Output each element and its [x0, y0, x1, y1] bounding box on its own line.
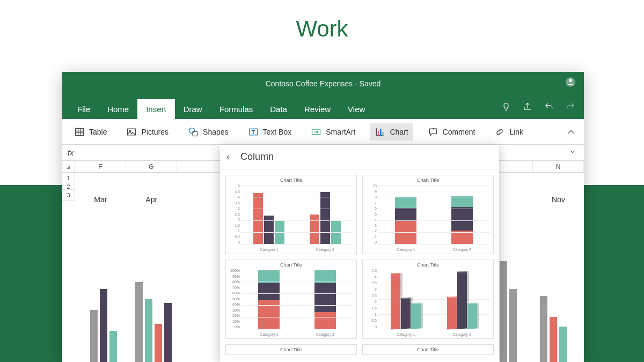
ribbon-chart-label: Chart — [390, 128, 408, 136]
thumb-cat: Category 1 — [378, 248, 434, 252]
account-avatar-icon[interactable] — [566, 77, 575, 87]
ribbon-comment[interactable]: Comment — [423, 123, 480, 141]
select-all-corner[interactable]: ◢ — [62, 161, 75, 172]
ribbon-table-label: Table — [89, 128, 107, 136]
chart-thumb-title: Chart Title — [229, 262, 353, 268]
chart-thumb-title: Chart Title — [366, 262, 490, 268]
chart-thumb-title: Chart Title — [366, 347, 490, 352]
chart-option-clustered[interactable]: Chart Title 54.543.532.521.510.50 Catego… — [225, 175, 357, 254]
share-icon[interactable] — [523, 102, 532, 114]
ribbon: Table Pictures Shapes Text Box SmartArt … — [62, 119, 584, 145]
col-header[interactable]: N — [533, 161, 584, 172]
chart-thumb-title: Chart Title — [229, 347, 353, 352]
ribbon-smartart-label: SmartArt — [326, 128, 355, 136]
textbox-icon — [248, 127, 259, 137]
row-header[interactable]: 2 — [62, 183, 75, 190]
undo-icon[interactable] — [544, 102, 554, 114]
lightbulb-icon[interactable] — [501, 102, 511, 114]
svg-rect-1 — [76, 128, 84, 135]
thumb-cat: Category 1 — [241, 248, 297, 252]
picker-header: ‹ Column — [220, 145, 499, 169]
comment-icon — [428, 127, 438, 137]
ribbon-shapes[interactable]: Shapes — [184, 123, 232, 141]
chart-picker-panel: ‹ Column Chart Title 54.543.532.521.510.… — [220, 145, 499, 362]
document-title: Contoso Coffee Expenses - Saved — [62, 72, 584, 88]
picker-title: Column — [240, 151, 274, 162]
thumb-cat: Category 2 — [434, 333, 491, 336]
titlebar-actions — [501, 102, 575, 114]
smartart-icon — [311, 127, 321, 137]
fx-label: fx — [68, 149, 74, 157]
col-header[interactable]: G — [126, 161, 177, 172]
excel-window: Contoso Coffee Expenses - Saved File Hom… — [62, 72, 584, 362]
row-header[interactable]: 1 — [62, 173, 75, 183]
tab-file[interactable]: File — [69, 99, 99, 119]
chart-option-3d-clustered[interactable]: Chart Title 4.543.532.521.510.50 Categor… — [362, 260, 494, 339]
ribbon-link-label: Link — [509, 128, 523, 136]
thumb-cat: Category 2 — [297, 248, 354, 252]
tab-formulas[interactable]: Formulas — [211, 99, 262, 119]
ribbon-textbox[interactable]: Text Box — [244, 123, 296, 141]
back-icon[interactable]: ‹ — [226, 151, 230, 162]
picker-grid: Chart Title 54.543.532.521.510.50 Catego… — [220, 169, 499, 360]
cell[interactable]: Mar — [75, 195, 126, 204]
shapes-icon — [188, 127, 199, 137]
ribbon-pictures-label: Pictures — [141, 128, 169, 136]
tab-insert[interactable]: Insert — [137, 99, 175, 119]
svg-rect-10 — [383, 132, 384, 136]
thumb-yaxis: 100%90%80%70%60%50%40%30%20%10%0% — [228, 269, 240, 329]
svg-point-0 — [569, 79, 572, 82]
ribbon-link[interactable]: Link — [490, 123, 528, 141]
chart-option-more[interactable]: Chart Title — [362, 344, 494, 355]
page-title: Work — [0, 0, 644, 53]
table-icon — [74, 127, 85, 137]
tab-data[interactable]: Data — [261, 99, 296, 119]
thumb-yaxis: 109876543210 — [365, 184, 377, 244]
chart-option-more[interactable]: Chart Title — [225, 344, 357, 355]
thumb-cat: Category 1 — [241, 333, 297, 336]
svg-rect-8 — [378, 131, 379, 135]
row-header[interactable]: 3 — [62, 190, 75, 201]
thumb-yaxis: 54.543.532.521.510.50 — [228, 184, 240, 244]
svg-rect-9 — [380, 129, 382, 136]
svg-point-4 — [189, 128, 195, 133]
ribbon-shapes-label: Shapes — [203, 128, 228, 136]
chart-thumb-title: Chart Title — [366, 178, 490, 183]
tab-review[interactable]: Review — [296, 99, 339, 119]
ribbon-tabs: File Home Insert Draw Formulas Data Revi… — [69, 99, 374, 119]
col-header[interactable]: F — [75, 161, 126, 172]
pictures-icon — [126, 127, 137, 137]
ribbon-smartart[interactable]: SmartArt — [306, 123, 360, 141]
chart-option-stacked[interactable]: Chart Title 109876543210 Category 1Categ… — [362, 175, 494, 254]
titlebar: Contoso Coffee Expenses - Saved File Hom… — [62, 72, 584, 119]
ribbon-chart[interactable]: Chart — [370, 123, 412, 141]
redo-icon[interactable] — [566, 102, 575, 114]
chart-thumb-title: Chart Title — [229, 178, 353, 183]
tab-home[interactable]: Home — [99, 99, 137, 119]
cell[interactable]: Apr — [126, 195, 177, 204]
thumb-cat: Category 2 — [297, 333, 354, 336]
thumb-cat: Category 1 — [378, 333, 434, 336]
link-icon — [494, 127, 505, 137]
ribbon-table[interactable]: Table — [70, 123, 111, 141]
thumb-yaxis: 4.543.532.521.510.50 — [365, 269, 377, 329]
tab-draw[interactable]: Draw — [175, 99, 211, 119]
expand-formula-icon[interactable] — [569, 148, 576, 157]
ribbon-comment-label: Comment — [443, 128, 475, 136]
collapse-ribbon-icon[interactable] — [566, 127, 576, 139]
svg-rect-5 — [193, 131, 197, 136]
row-headers: 1 2 3 — [62, 173, 75, 201]
ribbon-textbox-label: Text Box — [263, 128, 292, 136]
thumb-cat: Category 2 — [434, 248, 491, 252]
chart-option-stacked-100[interactable]: Chart Title 100%90%80%70%60%50%40%30%20%… — [225, 260, 357, 339]
ribbon-pictures[interactable]: Pictures — [122, 123, 173, 141]
tab-view[interactable]: View — [339, 99, 374, 119]
chart-icon — [375, 127, 385, 137]
cell[interactable]: Nov — [533, 195, 584, 204]
